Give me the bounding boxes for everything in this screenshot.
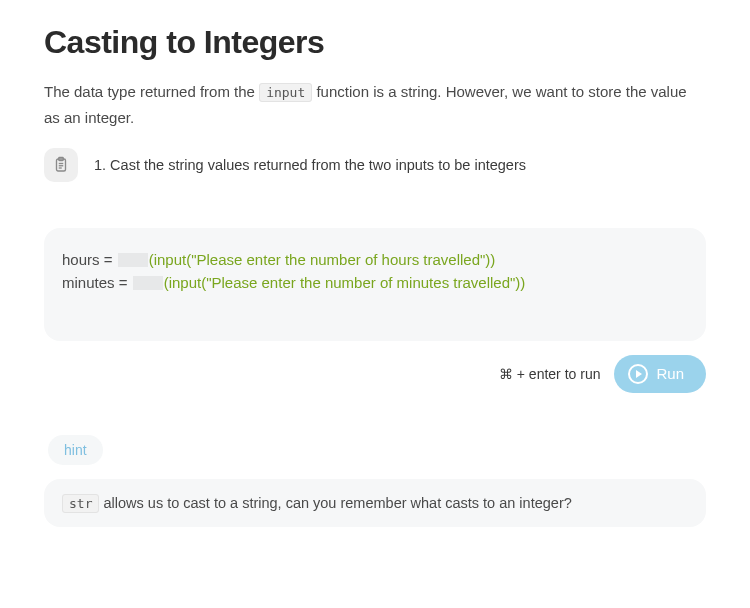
hint-pill[interactable]: hint bbox=[48, 435, 103, 465]
blank-input-1[interactable] bbox=[118, 253, 148, 267]
code-line-2: minutes = (input("Please enter the numbe… bbox=[62, 271, 688, 294]
inline-code-input: input bbox=[259, 83, 312, 102]
code-line-1: hours = (input("Please enter the number … bbox=[62, 248, 688, 271]
eq: = bbox=[115, 274, 132, 291]
var-hours: hours bbox=[62, 251, 100, 268]
fn-input: input bbox=[169, 274, 202, 291]
page-title: Casting to Integers bbox=[44, 24, 706, 61]
hint-box: str allows us to cast to a string, can y… bbox=[44, 479, 706, 527]
string-literal: "Please enter the number of minutes trav… bbox=[206, 274, 515, 291]
run-label: Run bbox=[656, 365, 684, 382]
run-button[interactable]: Run bbox=[614, 355, 706, 393]
inline-code-str: str bbox=[62, 494, 99, 513]
clipboard-icon bbox=[44, 148, 78, 182]
fn-input: input bbox=[154, 251, 187, 268]
task-row: 1. Cast the string values returned from … bbox=[44, 148, 706, 182]
eq: = bbox=[100, 251, 117, 268]
code-editor[interactable]: hours = (input("Please enter the number … bbox=[44, 228, 706, 341]
paren: )) bbox=[515, 274, 525, 291]
run-shortcut: ⌘ + enter to run bbox=[499, 366, 601, 382]
intro-before: The data type returned from the bbox=[44, 83, 259, 100]
task-text: 1. Cast the string values returned from … bbox=[94, 157, 526, 173]
intro-paragraph: The data type returned from the input fu… bbox=[44, 79, 706, 130]
var-minutes: minutes bbox=[62, 274, 115, 291]
string-literal: "Please enter the number of hours travel… bbox=[191, 251, 485, 268]
hint-text: allows us to cast to a string, can you r… bbox=[99, 495, 571, 511]
blank-input-2[interactable] bbox=[133, 276, 163, 290]
run-row: ⌘ + enter to run Run bbox=[44, 355, 706, 393]
play-icon bbox=[628, 364, 648, 384]
paren: )) bbox=[485, 251, 495, 268]
